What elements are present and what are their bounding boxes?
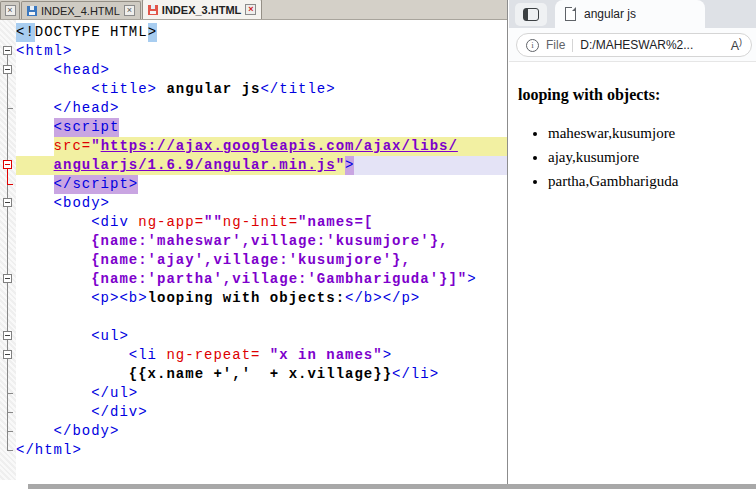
code-line-text[interactable]: angularjs/1.6.9/angular.min.js"> (16, 156, 507, 175)
fold-marker-cell (0, 346, 16, 365)
list-item: maheswar,kusumjore (548, 121, 756, 145)
page-list: maheswar,kusumjoreajay,kusumjorepartha,G… (509, 121, 756, 193)
code-line-text[interactable]: </html> (16, 441, 507, 460)
code-line: <html> (0, 42, 507, 61)
code-line: </script> (0, 175, 507, 194)
editor-tab-stub[interactable]: × (0, 1, 20, 19)
fold-marker-cell (0, 42, 16, 61)
code-line-text[interactable]: <body> (16, 194, 507, 213)
code-line-text[interactable]: <title> angular js</title> (16, 80, 507, 99)
fold-collapse-icon[interactable] (3, 160, 12, 169)
browser-tab-title: angular js (584, 7, 636, 21)
code-line: <p><b>looping with objects:</b></p> (0, 289, 507, 308)
fold-marker-cell (0, 175, 16, 194)
screenshot-root: × INDEX_4.HTML×INDEX_3.HTML× <!DOCTYPE H… (0, 0, 756, 489)
code-line-text[interactable]: <p><b>looping with objects:</b></p> (16, 289, 507, 308)
list-item: partha,Gambhariguda (548, 169, 756, 193)
code-line: <!DOCTYPE HTML> (0, 23, 507, 42)
close-icon[interactable]: × (5, 5, 16, 16)
code-line: <title> angular js</title> (0, 80, 507, 99)
code-line: angularjs/1.6.9/angular.min.js"> (0, 156, 507, 175)
code-line-text[interactable]: {name:'partha',village:'Gambhariguda'}]"… (16, 270, 507, 289)
editor-pane: × INDEX_4.HTML×INDEX_3.HTML× <!DOCTYPE H… (0, 0, 508, 489)
fold-marker-cell (0, 156, 16, 175)
code-line: </div> (0, 403, 507, 422)
code-line-text[interactable]: </div> (16, 403, 507, 422)
code-line-text[interactable]: <script (16, 118, 507, 137)
editor-tab-index_4.html[interactable]: INDEX_4.HTML× (21, 1, 141, 19)
browser-pane: angular js i File D:/MAHESWAR%2... A) lo… (509, 0, 756, 489)
fold-marker-cell (0, 99, 16, 118)
code-line-text[interactable]: {name:'ajay',village:'kusumjore'}, (16, 251, 507, 270)
floppy-blue-icon (27, 6, 37, 16)
fold-marker-cell (0, 232, 16, 251)
editor-tab-label: INDEX_3.HTML (162, 4, 241, 16)
fold-marker-cell (0, 251, 16, 270)
code-line-text[interactable]: </script> (16, 175, 507, 194)
fold-collapse-icon[interactable] (3, 274, 12, 283)
fold-marker-cell (0, 422, 16, 441)
fold-collapse-icon[interactable] (3, 198, 12, 207)
file-scheme-label: File (546, 38, 565, 52)
fold-collapse-icon[interactable] (3, 65, 12, 74)
browser-tab[interactable]: angular js (555, 0, 705, 28)
code-lines: <!DOCTYPE HTML><html> <head> <title> ang… (0, 23, 507, 460)
fold-collapse-icon[interactable] (3, 46, 12, 55)
tab-actions-button[interactable] (515, 3, 547, 26)
code-line: <li ng-repeat= "x in names"> (0, 346, 507, 365)
code-line-text[interactable]: <ul> (16, 327, 507, 346)
fold-marker-cell (0, 308, 16, 327)
fold-active-end (7, 174, 13, 185)
fold-marker-cell (0, 194, 16, 213)
code-line-text[interactable]: </body> (16, 422, 507, 441)
fold-marker-cell (0, 289, 16, 308)
editor-tab-label: INDEX_4.HTML (41, 5, 120, 17)
line-highlight-fill (458, 137, 507, 156)
fold-collapse-icon[interactable] (3, 331, 12, 340)
close-icon[interactable]: × (245, 4, 256, 15)
fold-marker-cell (0, 327, 16, 346)
window-bottom-edge (28, 484, 756, 489)
selection-fill (354, 156, 507, 175)
editor-tab-index_3.html[interactable]: INDEX_3.HTML× (142, 0, 262, 19)
code-line: <ul> (0, 327, 507, 346)
read-aloud-icon[interactable]: A) (731, 37, 742, 53)
fold-marker-cell (0, 61, 16, 80)
code-line: <head> (0, 61, 507, 80)
code-line-text[interactable]: src="https://ajax.googleapis.com/ajax/li… (16, 137, 507, 156)
address-separator (572, 39, 573, 52)
code-line-text[interactable]: </head> (16, 99, 507, 118)
code-line-text[interactable]: {name:'maheswar',village:'kusumjore'}, (16, 232, 507, 251)
address-bar[interactable]: i File D:/MAHESWAR%2... A) (516, 33, 752, 57)
code-line: {name:'ajay',village:'kusumjore'}, (0, 251, 507, 270)
fold-marker-cell (0, 118, 16, 137)
code-line-text[interactable]: <li ng-repeat= "x in names"> (16, 346, 507, 365)
code-line-text[interactable] (16, 308, 507, 327)
code-line: <body> (0, 194, 507, 213)
editor-tab-bar: × INDEX_4.HTML×INDEX_3.HTML× (0, 0, 507, 20)
code-line-text[interactable]: </ul> (16, 384, 507, 403)
rendered-page: looping with objects: maheswar,kusumjore… (509, 62, 756, 489)
page-heading: looping with objects: (518, 86, 756, 104)
fold-marker-cell (0, 441, 16, 460)
fold-marker-cell (0, 403, 16, 422)
fold-collapse-icon[interactable] (3, 350, 12, 359)
code-line-text[interactable]: <div ng-app=""ng-init="names=[ (16, 213, 507, 232)
code-line: </html> (0, 441, 507, 460)
code-line-text[interactable]: <!DOCTYPE HTML> (16, 23, 507, 42)
code-line-text[interactable]: {{x.name +',' + x.village}}</li> (16, 365, 507, 384)
code-line: {name:'maheswar',village:'kusumjore'}, (0, 232, 507, 251)
fold-marker-cell (0, 270, 16, 289)
code-line: <div ng-app=""ng-init="names=[ (0, 213, 507, 232)
close-icon[interactable]: × (124, 5, 135, 16)
code-line-text[interactable]: <head> (16, 61, 507, 80)
code-line-text[interactable]: <html> (16, 42, 507, 61)
list-item: ajay,kusumjore (548, 145, 756, 169)
info-circle-icon[interactable]: i (526, 39, 539, 52)
code-editor-area[interactable]: <!DOCTYPE HTML><html> <head> <title> ang… (0, 20, 507, 489)
fold-marker-cell (0, 137, 16, 156)
code-line: </ul> (0, 384, 507, 403)
url-text[interactable]: D:/MAHESWAR%2... (580, 38, 693, 52)
code-line: <script (0, 118, 507, 137)
fold-marker-cell (0, 23, 16, 42)
